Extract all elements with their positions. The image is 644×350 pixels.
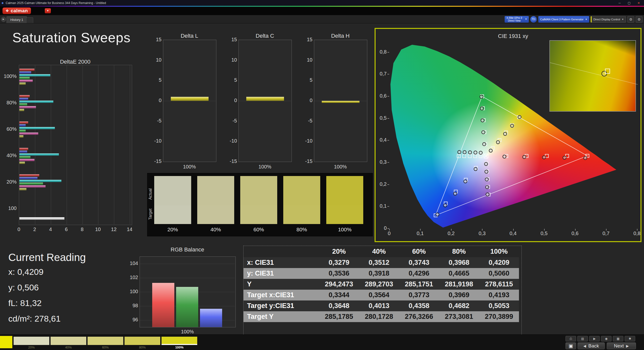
deltae-bar [19,153,59,156]
cie-x-tickmark [606,229,607,231]
meter-device-button[interactable]: X-Rite i1Pro 3 Direct View ▼ [505,16,529,23]
tool-button-6[interactable]: ✱ [625,336,635,341]
rgb-y-tick-label: 96 [127,317,138,323]
cie-zoom-inset [549,40,636,112]
deltae-group-label: 100% [2,73,17,79]
results-table-cell: 0,3512 [359,257,399,268]
deltae-x-tick-label: 2 [30,227,40,232]
history-nav-button[interactable]: ▶ [1,17,6,22]
maximize-button[interactable]: ▢ [625,1,633,5]
settings-gear-button[interactable]: ⚙ [627,16,634,23]
cie-x-tick-label: 0,1 [414,231,426,236]
window-title: Calman 2025 Calman Ultimate for Business… [6,1,106,5]
deltae-bar [19,98,28,100]
cyan-target-marker [479,154,482,158]
blue-measured-marker [454,192,457,195]
results-table-cell: 281,9198 [439,279,479,290]
cie-x-tick-label: 0,4 [507,231,519,236]
swatch-compare-panel: ActualTarget20%40%60%80%100% [147,173,373,236]
stop-button[interactable]: ▣ [566,342,576,349]
minimize-button[interactable]: ─ [616,1,623,5]
delta-l-chart: Delta L151050-5-10-15100% [151,33,226,172]
strip-swatch-40%[interactable] [51,337,86,345]
display-control-button[interactable]: Direct Display Control ▼ [591,16,626,23]
rgb-chart-title: RGB Balance [140,246,235,253]
calman-menu-button[interactable]: ▼ [45,8,51,13]
results-table-cell: 280,1728 [359,311,399,322]
deltae-bar [19,180,61,182]
calman-logo-button[interactable]: ❖ calman [3,8,31,14]
strip-swatch-60%[interactable] [88,337,123,345]
delta-c-chart: Delta C151050-5-10-15100% [226,33,302,172]
tool-button-3[interactable]: ▶ [589,336,600,341]
cyan-measured-marker [479,151,482,154]
deltae-bar [19,135,23,138]
close-button[interactable]: ✕ [635,1,642,5]
results-table-cell: 0,4665 [439,268,479,279]
results-table-cell: 285,1751 [399,279,439,290]
actual-swatch [283,176,320,205]
tool-button-2[interactable]: ▤ [577,336,588,341]
deltaL-x-label: 100% [163,164,216,170]
deltae-bar [19,106,36,108]
meter-status-badge[interactable]: 711 [530,16,537,23]
deltae-bar [19,156,30,158]
deltae-bar [19,188,26,190]
cie-x-tick-label: 0,6 [569,231,581,236]
green-measured-marker [480,107,484,110]
deltae-gridline [130,65,130,224]
results-table-cell: 285,1785 [319,311,359,322]
cie-x-tick-label: 0,5 [538,231,550,236]
back-button[interactable]: ◀ Back [578,342,605,349]
results-table-cell: 276,3266 [399,311,439,322]
next-button[interactable]: Next ▶ [607,342,636,349]
strip-swatch-100%[interactable] [162,337,197,345]
deltae-bar [19,124,26,126]
tab-history-1[interactable]: History 1 [7,16,27,23]
deltae-gridline [83,65,83,224]
rgb-y-tick-label: 104 [127,260,138,266]
strip-swatch-80%[interactable] [125,337,160,345]
strip-swatch-label: 100% [162,345,197,349]
chevron-down-icon: ▼ [622,18,624,21]
tool-button-5[interactable]: ▦ [613,336,623,341]
rgb-bar-red [152,283,174,327]
deltae-group-label: 60% [2,126,17,132]
results-table-cell: 278,6115 [479,279,519,290]
results-table-cell: 0,3969 [439,290,479,300]
tool-button-4[interactable]: ◉ [601,336,612,341]
tab-stub[interactable] [26,17,33,23]
blue-measured-marker [444,204,447,207]
yellow-measured-marker [489,149,492,152]
deltaH-bar [322,101,359,103]
deltaL-y-tick-label: 5 [151,77,162,83]
swatch-percent-label: 40% [197,227,234,233]
cie-y-tick-label: 0,6 [376,93,387,99]
magenta-measured-marker [486,186,489,189]
workflow-gear-button[interactable]: ⚙ [636,16,642,23]
green-measured-marker [482,143,486,146]
tool-button-1[interactable]: ⎙ [566,336,576,341]
delta-h-chart: Delta H151050-5-10-15100% [302,33,377,172]
deltae-gridline [51,65,51,224]
pattern-generator-button[interactable]: CalMAN Client 3 Pattern Generator ▼ [538,16,589,23]
page-title: Saturation Sweeps [12,30,131,45]
deltae-x-tick-label: 4 [46,227,56,232]
magenta-measured-marker [485,178,489,181]
cie-x-tickmark [420,229,421,231]
deltaL-bar [171,97,209,101]
cie-y-tickmark [387,96,389,97]
deltaL-y-tick-label: -15 [151,158,162,164]
cyan-measured-marker [463,151,466,154]
deltae-bar [19,127,55,129]
chevron-down-icon: ▼ [525,18,527,21]
cie-x-tickmark [513,229,514,231]
actual-swatch [154,176,191,205]
magenta-measured-marker [485,162,488,166]
strip-swatch-20%[interactable] [14,337,49,345]
yellow-measured-marker [518,115,521,119]
deltae-bar [19,185,46,188]
deltae-group-label: 80% [2,100,17,106]
yellow-measured-marker [510,124,514,127]
cyan-measured-marker [474,151,477,154]
